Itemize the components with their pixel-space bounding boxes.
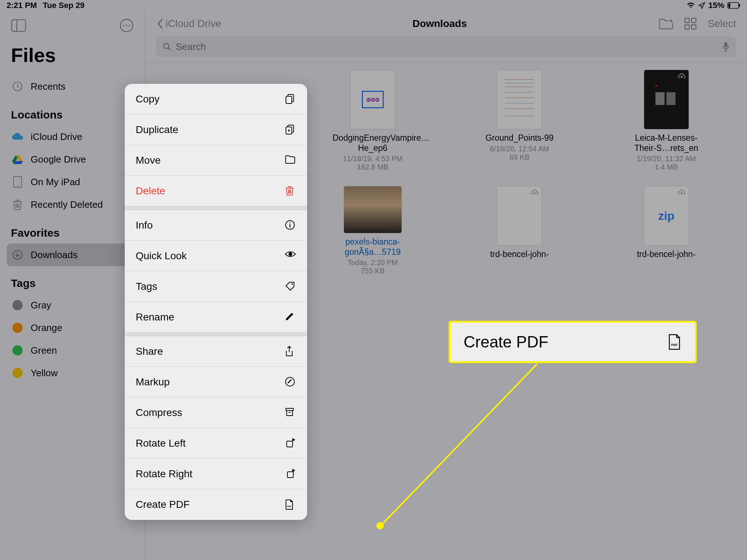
context-menu: Copy Duplicate Move Delete Info Quick Lo… [125,84,307,520]
svg-text:PDF: PDF [671,343,678,347]
svg-text:PDF: PDF [287,505,291,508]
menu-label: Quick Look [136,250,187,262]
menu-compress[interactable]: Compress [125,397,307,428]
callout-dot [376,522,384,529]
menu-info[interactable]: Info [125,210,307,241]
menu-quick-look[interactable]: Quick Look [125,241,307,271]
menu-label: Info [136,219,153,231]
markup-icon [285,376,296,388]
pdf-icon: PDF [285,499,296,510]
menu-label: Rotate Right [136,468,193,480]
callout-label: Create PDF [464,333,548,351]
pdf-icon: PDF [667,333,682,351]
svg-point-39 [290,222,291,223]
rotate-left-icon [285,438,296,449]
menu-rename[interactable]: Rename [125,302,307,332]
menu-label: Duplicate [136,124,178,136]
menu-delete[interactable]: Delete [125,176,307,206]
rotate-right-icon [285,468,296,480]
menu-tags[interactable]: Tags [125,271,307,302]
callout-create-pdf: Create PDF PDF [449,321,697,363]
svg-point-42 [291,283,293,285]
menu-label: Move [136,155,160,166]
eye-icon [285,250,296,262]
menu-markup[interactable]: Markup [125,367,307,397]
menu-copy[interactable]: Copy [125,84,307,114]
menu-label: Share [136,346,163,357]
menu-create-pdf[interactable]: Create PDF PDF [125,489,307,520]
menu-rotate-left[interactable]: Rotate Left [125,428,307,459]
svg-rect-47 [287,441,293,447]
share-icon [285,346,296,357]
pencil-icon [285,311,296,323]
menu-label: Rename [136,311,174,323]
folder-icon [285,155,296,166]
menu-label: Delete [136,185,165,197]
menu-label: Tags [136,281,157,292]
menu-label: Create PDF [136,499,190,510]
menu-rotate-right[interactable]: Rotate Right [125,459,307,489]
tag-icon [285,281,296,292]
svg-point-41 [289,252,292,256]
trash-icon [285,185,296,197]
copy-icon [285,93,296,105]
modal-overlay[interactable] [0,0,747,560]
menu-move[interactable]: Move [125,145,307,176]
menu-label: Rotate Left [136,438,186,449]
svg-rect-35 [286,96,292,104]
menu-share[interactable]: Share [125,336,307,367]
info-icon [285,219,296,231]
archive-icon [285,407,296,419]
menu-label: Copy [136,93,159,105]
menu-duplicate[interactable]: Duplicate [125,114,307,145]
svg-rect-45 [287,411,293,416]
menu-label: Compress [136,407,182,419]
duplicate-icon [285,124,296,136]
menu-label: Markup [136,376,170,388]
svg-rect-48 [287,472,293,478]
